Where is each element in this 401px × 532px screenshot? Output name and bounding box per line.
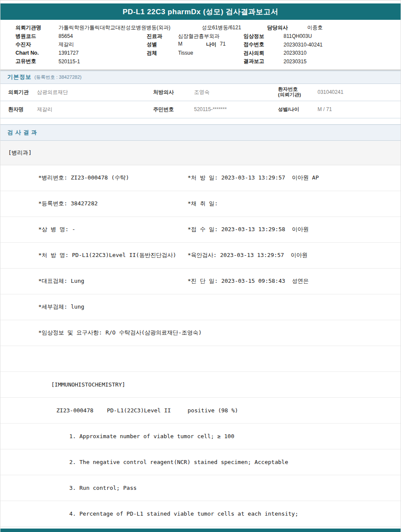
report-title-bar: PD-L1 22C3 pharmDx (성모) 검사결과보고서 bbox=[0, 3, 401, 20]
result-left-text: *세부검체: lung bbox=[0, 303, 84, 311]
result-left-text: *임상정보 및 요구사항: R/O 수탁검사(삼광의료재단-조영숙) bbox=[0, 329, 202, 337]
result-row: *병리번호: ZI23-000478 (수탁) *처 방 일: 2023-03-… bbox=[0, 165, 401, 191]
field-value: 제갈리 bbox=[59, 41, 147, 48]
age-label: 나이 bbox=[206, 41, 220, 48]
results-section-header: 검 사 결 과 bbox=[0, 124, 401, 141]
patient-header-row: Chart No. 1391727 검체 Tissue 검사의뢰 2023031… bbox=[15, 49, 401, 58]
result-right-text: *처 방 일: 2023-03-13 13:29:57 이아원 AP bbox=[188, 174, 319, 182]
result-row: *세부검체: lung bbox=[0, 294, 401, 320]
basic-info-title: 기본정보 bbox=[7, 73, 31, 81]
patient-header: 의뢰기관명 가톨릭학원가톨릭대학교대전성모병원병동(외과) 성모61병동/612… bbox=[0, 20, 401, 69]
result-right-text: *진 단 일: 2023-03-15 09:58:43 성연은 bbox=[188, 277, 309, 285]
result-row: *대표검체: Lung *진 단 일: 2023-03-15 09:58:43 … bbox=[0, 269, 401, 294]
column-label: 의뢰기관 bbox=[8, 89, 37, 96]
result-row: ZI23-000478 PD-L1(22C3)Level II positive… bbox=[0, 398, 401, 424]
field-label: 진료과 bbox=[147, 33, 178, 40]
field-label: 검체 bbox=[147, 49, 178, 57]
result-row: *임상정보 및 요구사항: R/O 수탁검사(삼광의료재단-조영숙) bbox=[0, 320, 401, 346]
field-value: Tissue bbox=[178, 50, 244, 56]
field-label: 임상정보 bbox=[244, 33, 284, 40]
basic-info-registration-number: (등록번호 : 38427282) bbox=[34, 74, 81, 80]
field-label: 병원코드 bbox=[15, 33, 59, 40]
field-label: 의뢰기관명 bbox=[15, 24, 59, 31]
result-row: 2. The negative control reagent(NCR) sta… bbox=[0, 449, 401, 475]
patient-header-row: 병원코드 85654 진료과 심장혈관흉부외과 임상정보 811QH003U bbox=[15, 32, 401, 41]
result-row: 1. Approximate number of viable tumor ce… bbox=[0, 424, 401, 449]
result-row: *처 방 명: PD-L1(22C3)Level II(동반진단검사) *육안검… bbox=[0, 243, 401, 269]
field-value: 811QH003U bbox=[284, 33, 401, 39]
result-left-text: *상 병 명: - bbox=[0, 226, 75, 233]
result-left-text: 3. Run control; Pass bbox=[0, 485, 137, 491]
result-left-text: *등록번호: 38427282 bbox=[0, 200, 98, 207]
field-value: 심장혈관흉부외과 bbox=[178, 33, 244, 40]
sex-value: M bbox=[178, 41, 206, 48]
result-row: 3. Run control; Pass bbox=[0, 475, 401, 501]
result-left-text: ZI23-000478 PD-L1(22C3)Level II bbox=[0, 407, 171, 414]
result-left-text: *병리번호: ZI23-000478 (수탁) bbox=[0, 174, 129, 182]
patient-header-row: 의뢰기관명 가톨릭학원가톨릭대학교대전성모병원병동(외과) 성모61병동/612… bbox=[15, 24, 401, 32]
result-left-text: [IMMUNOHISTOCHEMISTRY] bbox=[0, 381, 125, 388]
column-label: 처방의사 bbox=[153, 89, 194, 96]
result-left-text: 1. Approximate number of viable tumor ce… bbox=[0, 433, 234, 439]
field-label: 검사의뢰 bbox=[244, 49, 284, 57]
field-label: 담당의사 bbox=[267, 24, 307, 31]
field-value: 85654 bbox=[59, 33, 147, 39]
patient-header-row: 수진자 제갈리 성별 M 나이 71 접수번호 20230310-40241 bbox=[15, 40, 401, 49]
table-row: 환자명 제갈리 주민번호 520115-******* 성별/나이 M / 71 bbox=[0, 101, 401, 118]
field-value: 20230310-40241 bbox=[284, 42, 401, 48]
department-label: [병리과] bbox=[8, 149, 32, 157]
result-left-text: *처 방 명: PD-L1(22C3)Level II(동반진단검사) bbox=[0, 251, 176, 259]
department-band: [병리과] bbox=[0, 141, 401, 165]
result-right-text: *채 취 일: bbox=[188, 200, 218, 207]
field-value: 이종호 bbox=[307, 24, 401, 31]
basic-info-table: 의뢰기관 삼광의료재단 처방의사 조영숙 환자번호 (의뢰기관) 0310402… bbox=[0, 84, 401, 118]
column-label: 주민번호 bbox=[153, 106, 194, 113]
result-row: *등록번호: 38427282 *채 취 일: bbox=[0, 191, 401, 217]
cell-value: 520115-******* bbox=[194, 106, 278, 112]
column-label: 성별/나이 bbox=[278, 107, 318, 112]
sex-age-group: M 나이 71 bbox=[178, 41, 244, 48]
table-row: 의뢰기관 삼광의료재단 처방의사 조영숙 환자번호 (의뢰기관) 0310402… bbox=[0, 84, 401, 101]
cell-value: 삼광의료재단 bbox=[37, 89, 153, 96]
age-value: 71 bbox=[220, 41, 225, 48]
report-title: PD-L1 22C3 pharmDx (성모) 검사결과보고서 bbox=[123, 7, 278, 17]
result-rows: *병리번호: ZI23-000478 (수탁) *처 방 일: 2023-03-… bbox=[0, 165, 401, 527]
cell-value: 제갈리 bbox=[37, 106, 153, 113]
spacer bbox=[0, 118, 401, 124]
field-label: 성별 bbox=[147, 41, 178, 48]
cell-value: 조영숙 bbox=[194, 89, 278, 96]
result-right-text: positive (98 %) bbox=[188, 407, 238, 414]
result-left-text: 4. Percentage of PD-L1 stained viable tu… bbox=[0, 510, 298, 517]
column-label: 환자명 bbox=[8, 106, 37, 113]
result-left-text: *대표검체: Lung bbox=[0, 277, 84, 285]
column-label: 환자번호 (의뢰기관) bbox=[278, 87, 318, 98]
result-row-empty bbox=[0, 346, 401, 372]
result-row: *상 병 명: - *접 수 일: 2023-03-13 13:29:58 이아… bbox=[0, 217, 401, 243]
field-value: 20230310 bbox=[284, 50, 401, 56]
bottom-accent-bar bbox=[0, 529, 401, 532]
patient-header-row: 고유번호 520115-1 결과보고 20230315 bbox=[15, 57, 401, 66]
cell-value: 031040241 bbox=[318, 89, 401, 95]
result-row: [IMMUNOHISTOCHEMISTRY] bbox=[0, 372, 401, 398]
basic-info-section-header: 기본정보 (등록번호 : 38427282) bbox=[0, 71, 401, 84]
field-label: 고유번호 bbox=[15, 58, 59, 65]
field-label: 수진자 bbox=[15, 41, 59, 48]
result-right-text: *육안검사: 2023-03-13 13:29:57 이아원 bbox=[188, 251, 308, 259]
field-label: 결과보고 bbox=[244, 58, 284, 65]
cell-value: M / 71 bbox=[318, 106, 401, 112]
field-value: 20230315 bbox=[284, 59, 401, 65]
results-title: 검 사 결 과 bbox=[7, 129, 37, 136]
result-right-text: *접 수 일: 2023-03-13 13:29:58 이아원 bbox=[188, 226, 309, 233]
field-label: 접수번호 bbox=[244, 41, 284, 48]
field-value: 성모61병동/6121 bbox=[202, 24, 267, 31]
field-value: 520115-1 bbox=[59, 59, 147, 65]
field-value: 가톨릭학원가톨릭대학교대전성모병원병동(외과) bbox=[59, 24, 170, 31]
field-label: Chart No. bbox=[15, 50, 59, 56]
result-row: 4. Percentage of PD-L1 stained viable tu… bbox=[0, 501, 401, 527]
result-left-text: 2. The negative control reagent(NCR) sta… bbox=[0, 459, 288, 465]
field-value: 1391727 bbox=[59, 50, 147, 56]
report-page: PD-L1 22C3 pharmDx (성모) 검사결과보고서 의뢰기관명 가톨… bbox=[0, 0, 401, 532]
